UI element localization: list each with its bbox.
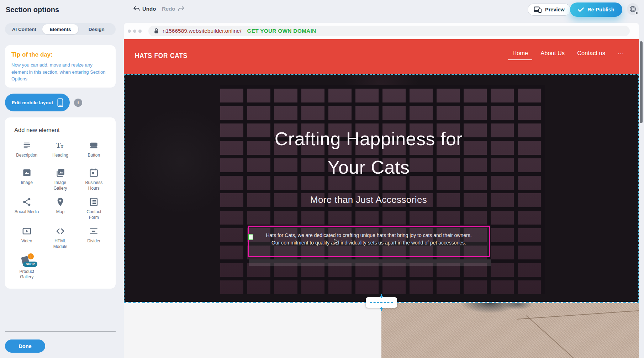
- undo-label: Undo: [142, 6, 156, 12]
- tip-title: Tip of the day:: [11, 51, 109, 58]
- hero-paragraph-line2: Our commitment to quality and individual…: [249, 239, 489, 247]
- business-hours-icon: [89, 168, 99, 178]
- hero-paragraph: Hats for Cats, we are dedicated to craft…: [249, 232, 489, 247]
- preview-label: Preview: [545, 7, 565, 12]
- button-icon: [89, 141, 99, 150]
- redo-button[interactable]: Redo: [162, 6, 185, 12]
- edit-mobile-label: Edit mobile layout: [12, 100, 53, 105]
- edit-mobile-layout-button[interactable]: Edit mobile layout: [5, 94, 70, 111]
- sidebar-tabs: AI Content Elements Design: [5, 23, 116, 35]
- done-button[interactable]: Done: [5, 339, 45, 353]
- element-image[interactable]: Image: [10, 168, 43, 191]
- heading-icon: Tт: [56, 141, 65, 150]
- hero-title-line2: Your Cats: [125, 153, 613, 181]
- language-button[interactable]: [627, 3, 639, 15]
- hero-section-selected[interactable]: Crafting Happiness for Your Cats More th…: [124, 74, 639, 302]
- image-icon: [22, 168, 32, 178]
- floor-tile-seam: [517, 310, 639, 320]
- add-element-panel: Add new element Description Tт Heading B…: [5, 117, 116, 289]
- hero-paragraph-line1: Hats for Cats, we are dedicated to craft…: [249, 232, 489, 239]
- element-html-module[interactable]: HTML Module: [43, 226, 77, 249]
- element-business-hours[interactable]: Business Hours: [77, 168, 111, 191]
- window-control-dots: [128, 30, 142, 33]
- mouse-cursor: [333, 238, 339, 245]
- redo-icon: [178, 6, 185, 11]
- address-bar[interactable]: n1566589.websitebuilder.online/ GET YOUR…: [148, 26, 630, 36]
- preview-button[interactable]: Preview: [528, 4, 571, 16]
- devices-icon: [534, 6, 542, 13]
- republish-label: Re-Publish: [587, 7, 614, 12]
- sidebar-divider: [5, 331, 116, 332]
- svg-text:T: T: [56, 141, 61, 149]
- selected-text-element[interactable]: Hats for Cats, we are dedicated to craft…: [248, 226, 490, 257]
- svg-text:т: т: [61, 143, 63, 149]
- tip-body: Now you can add, move and resize any ele…: [11, 62, 109, 83]
- element-button[interactable]: Button: [77, 141, 111, 162]
- get-domain-link[interactable]: GET YOUR OWN DOMAIN: [247, 28, 316, 34]
- undo-icon: [133, 6, 140, 11]
- tab-ai-content[interactable]: AI Content: [6, 24, 42, 34]
- resize-dashed-line: [370, 302, 393, 303]
- video-icon: [22, 226, 32, 236]
- element-contact-form[interactable]: Contact Form: [77, 197, 111, 220]
- nav-more-menu[interactable]: ···: [618, 50, 624, 56]
- next-section-background: [124, 303, 381, 358]
- social-media-icon: [22, 197, 32, 207]
- redo-label: Redo: [162, 6, 175, 12]
- element-description[interactable]: Description: [10, 141, 43, 162]
- product-gallery-icon: ↑ SHOP: [21, 256, 33, 267]
- check-icon: [578, 7, 584, 12]
- selection-resize-handle[interactable]: [248, 234, 253, 240]
- tip-of-the-day-card: Tip of the day: Now you can add, move an…: [5, 45, 116, 88]
- tab-elements[interactable]: Elements: [42, 24, 79, 34]
- element-heading[interactable]: Tт Heading: [43, 141, 77, 162]
- html-module-icon: [56, 226, 65, 236]
- tab-design[interactable]: Design: [78, 24, 115, 34]
- undo-button[interactable]: Undo: [133, 6, 156, 12]
- upgrade-arrow-badge: ↑: [28, 253, 34, 259]
- hero-title: Crafting Happiness for Your Cats: [125, 125, 613, 181]
- divider-icon: [89, 226, 99, 236]
- description-icon: [22, 141, 32, 150]
- image-gallery-icon: [56, 168, 65, 178]
- element-map[interactable]: Map: [43, 197, 77, 220]
- browser-chrome: n1566589.websitebuilder.online/ GET YOUR…: [124, 23, 639, 39]
- info-icon[interactable]: i: [74, 99, 82, 107]
- add-panel-title: Add new element: [14, 127, 111, 133]
- element-social-media[interactable]: Social Media: [10, 197, 43, 220]
- scrollbar-thumb[interactable]: [640, 41, 643, 123]
- hero-subtitle: More than Just Accessories: [125, 194, 613, 205]
- nav-home[interactable]: Home: [512, 50, 528, 57]
- site-nav: Home About Us Contact us ···: [512, 50, 624, 57]
- shop-badge: SHOP: [23, 262, 37, 267]
- arrow-down-icon: [379, 294, 384, 299]
- contact-form-icon: [89, 197, 99, 207]
- next-section-floor-image: [381, 303, 639, 358]
- element-image-gallery[interactable]: Image Gallery: [43, 168, 77, 191]
- site-logo[interactable]: HATS FOR CATS: [135, 51, 188, 60]
- site-preview-window: n1566589.websitebuilder.online/ GET YOUR…: [124, 23, 639, 358]
- element-hover-highlight: [249, 259, 491, 266]
- nav-contact-us[interactable]: Contact us: [577, 50, 605, 57]
- element-divider[interactable]: Divider: [77, 226, 111, 249]
- element-grid: Description Tт Heading Button Image Imag…: [10, 141, 111, 280]
- lock-icon: [154, 28, 159, 34]
- language-badge-dot: [635, 11, 638, 15]
- republish-button[interactable]: Re-Publish: [570, 2, 622, 17]
- nav-about-us[interactable]: About Us: [540, 50, 565, 57]
- element-product-gallery[interactable]: ↑ SHOP Product Gallery: [10, 256, 43, 280]
- site-header: HATS FOR CATS Home About Us Contact us ·…: [124, 39, 639, 74]
- arrow-up-icon: [379, 306, 384, 311]
- site-url: n1566589.websitebuilder.online/: [163, 28, 241, 34]
- smartphone-icon: [57, 98, 63, 107]
- map-icon: [56, 197, 65, 207]
- section-resize-handle[interactable]: [366, 297, 397, 308]
- element-video[interactable]: Video: [10, 226, 43, 249]
- hero-title-line1: Crafting Happiness for: [125, 125, 613, 153]
- floor-tile-seam: [526, 315, 574, 358]
- page-title: Section options: [6, 6, 59, 14]
